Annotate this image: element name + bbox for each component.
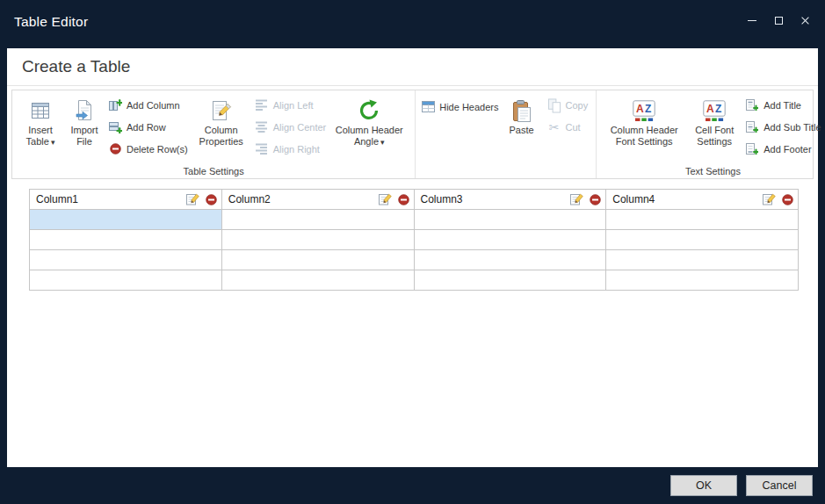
paste-button[interactable]: Paste <box>502 92 542 136</box>
table-row <box>30 210 799 230</box>
copy-button: Copy <box>547 96 589 114</box>
title-actions-stack: Add Title Add Sub Title Add Footer <box>745 96 821 162</box>
table-cell[interactable] <box>606 270 799 291</box>
copy-cut-stack: Copy ✂ Cut <box>547 96 589 140</box>
close-icon <box>800 16 810 25</box>
add-row-button[interactable]: Add Row <box>108 118 188 136</box>
add-sub-title-icon <box>745 121 759 133</box>
dialog-footer: OK Cancel <box>7 467 818 504</box>
column-properties-label: Column Properties <box>193 125 250 148</box>
align-right-button: Align Right <box>255 140 327 158</box>
table-cell[interactable] <box>30 250 222 270</box>
table-cell[interactable] <box>221 230 414 250</box>
delete-rows-label: Delete Row(s) <box>127 144 188 155</box>
delete-column-icon[interactable] <box>398 194 409 205</box>
cancel-button[interactable]: Cancel <box>746 475 813 496</box>
paste-label: Paste <box>509 125 533 136</box>
add-row-icon <box>108 121 122 133</box>
svg-text:Z: Z <box>715 103 721 115</box>
add-sub-title-button[interactable]: Add Sub Title <box>745 118 821 136</box>
svg-text:Z: Z <box>645 103 651 115</box>
cell-font-settings-button[interactable]: AZ Cell Font Settings <box>689 92 740 148</box>
ribbon-group-table-settings: Insert Table▾ Import File Add Column <box>12 90 415 178</box>
add-row-label: Add Row <box>127 122 166 133</box>
copy-icon <box>547 97 561 113</box>
table-cell[interactable] <box>606 250 799 270</box>
column-header-label: Column1 <box>36 193 181 205</box>
column-header-font-settings-icon: AZ <box>633 97 655 125</box>
delete-column-icon[interactable] <box>590 194 601 205</box>
add-footer-label: Add Footer <box>763 144 811 155</box>
align-left-label: Align Left <box>273 100 314 111</box>
edit-column-icon[interactable] <box>379 193 393 205</box>
cell-font-settings-icon: AZ <box>703 97 726 125</box>
svg-text:A: A <box>706 103 714 115</box>
table-cell[interactable] <box>221 270 414 291</box>
import-file-label: Import File <box>66 125 103 148</box>
table-cell[interactable] <box>30 270 222 291</box>
delete-column-icon[interactable] <box>206 194 217 205</box>
close-button[interactable] <box>793 11 816 30</box>
toolbar-ribbon: Insert Table▾ Import File Add Column <box>11 90 814 179</box>
edit-column-icon[interactable] <box>186 193 200 205</box>
table-area: Column1 Column2 Column3 Column4 <box>29 189 799 291</box>
hide-headers-label: Hide Headers <box>439 102 498 112</box>
window-title: Table Editor <box>14 14 88 30</box>
column-properties-button[interactable]: Column Properties <box>193 92 250 148</box>
ribbon-group-text-settings: AZ Column Header Font Settings AZ Cell F… <box>596 90 825 178</box>
column-header-angle-label: Column Header Angle <box>336 125 403 147</box>
align-left-icon <box>255 99 269 112</box>
window-controls <box>741 11 816 30</box>
table-cell[interactable] <box>414 210 606 230</box>
edit-column-icon[interactable] <box>570 193 584 205</box>
table-cell[interactable] <box>221 250 414 270</box>
table-cell[interactable] <box>414 270 606 291</box>
table-row <box>30 230 799 250</box>
ribbon-group-clipboard: Hide Headers Paste Copy ✂ Cut <box>415 90 596 178</box>
header-row: Column1 Column2 Column3 Column4 <box>30 190 799 210</box>
import-file-button[interactable]: Import File <box>66 92 103 148</box>
table-cell[interactable] <box>414 230 606 250</box>
add-column-icon <box>108 99 122 112</box>
maximize-button[interactable] <box>767 11 790 30</box>
add-column-button[interactable]: Add Column <box>108 96 188 114</box>
column-header-label: Column2 <box>228 193 373 205</box>
add-title-button[interactable]: Add Title <box>745 96 821 114</box>
ok-button[interactable]: OK <box>670 475 737 496</box>
minimize-button[interactable] <box>741 11 763 30</box>
delete-column-icon[interactable] <box>782 194 793 205</box>
add-footer-button[interactable]: Add Footer <box>745 140 821 158</box>
table-cell[interactable] <box>30 230 222 250</box>
add-column-label: Add Column <box>127 100 180 111</box>
column-header-font-settings-label: Column Header Font Settings <box>604 125 684 148</box>
table-cell[interactable] <box>606 230 799 250</box>
titlebar: Table Editor <box>0 0 825 44</box>
delete-rows-button[interactable]: Delete Row(s) <box>108 140 188 158</box>
dialog-panel: Create a Table Insert Table▾ Import File <box>7 48 818 467</box>
table-cell[interactable] <box>414 250 606 270</box>
maximize-icon <box>775 17 783 25</box>
align-right-label: Align Right <box>273 144 320 155</box>
group-caption-table-settings: Table Settings <box>12 166 415 176</box>
align-center-icon <box>255 121 269 133</box>
edit-column-icon[interactable] <box>763 193 777 205</box>
copy-label: Copy <box>566 100 589 111</box>
table-cell-selected[interactable] <box>30 210 222 230</box>
column-header-label: Column4 <box>612 193 757 205</box>
add-title-label: Add Title <box>763 100 801 111</box>
page-title: Create a Table <box>7 48 818 86</box>
align-left-button: Align Left <box>255 96 327 114</box>
add-title-icon <box>745 99 759 111</box>
table-cell[interactable] <box>221 210 414 230</box>
hide-headers-button[interactable]: Hide Headers <box>421 97 498 116</box>
column-header-angle-button[interactable]: Column Header Angle▾ <box>331 92 407 148</box>
insert-table-button[interactable]: Insert Table▾ <box>20 92 61 148</box>
table-row <box>30 250 799 270</box>
table-cell[interactable] <box>606 210 799 230</box>
column-header-angle-icon <box>358 97 380 125</box>
align-right-icon <box>255 143 269 155</box>
insert-table-icon <box>30 97 51 125</box>
add-sub-title-label: Add Sub Title <box>763 122 821 133</box>
column-properties-icon <box>210 97 233 125</box>
column-header-font-settings-button[interactable]: AZ Column Header Font Settings <box>604 92 684 148</box>
